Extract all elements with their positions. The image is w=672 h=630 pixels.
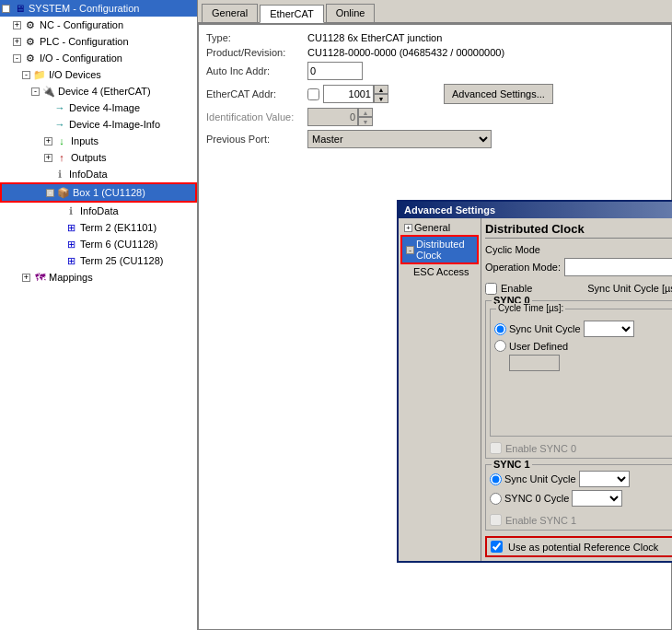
ethercat-addr-up[interactable]: ▲	[374, 85, 388, 94]
sync0-sync-unit-cycle-radio[interactable]	[494, 323, 506, 335]
tree-label-io-devices: I/O Devices	[49, 69, 101, 80]
tree-item-box1-infodata[interactable]: ℹ InfoData	[0, 203, 197, 219]
sync0-sync-unit-cycle-radio-label: Sync Unit Cycle	[509, 323, 581, 334]
id-value-spinner-btns: ▲ ▼	[358, 108, 373, 126]
box1-icon: 📦	[56, 185, 71, 200]
sync1-sync0-cycle-select[interactable]	[572, 490, 622, 507]
adv-nav-dc-label: Distributed Clock	[416, 239, 473, 261]
adv-nav-dc-expand[interactable]: -	[406, 246, 414, 254]
sync0-cycle-time-content: Sync Unit Cycle User Defined	[494, 321, 669, 371]
tree-panel: - 🖥 SYSTEM - Configuration + ⚙ NC - Conf…	[0, 0, 198, 630]
term2-icon: ⊞	[64, 220, 78, 235]
sync0-two-col: Cycle Time [µs]: Sync Unit Cycle	[490, 307, 672, 438]
tree-item-outputs[interactable]: + ↑ Outputs	[0, 149, 197, 166]
tree-item-term6[interactable]: ⊞ Term 6 (CU1128)	[0, 236, 197, 252]
tree-item-term25[interactable]: ⊞ Term 25 (CU1128)	[0, 252, 197, 269]
tab-online[interactable]: Online	[326, 4, 376, 22]
tree-item-system[interactable]: - 🖥 SYSTEM - Configuration	[0, 0, 197, 17]
prev-port-select[interactable]: Master	[307, 130, 492, 148]
sync0-user-defined-input[interactable]	[509, 355, 560, 371]
inputs-icon: ↓	[54, 134, 69, 148]
tree-item-inputs[interactable]: + ↓ Inputs	[0, 133, 197, 149]
tree-item-device4-image[interactable]: → Device 4-Image	[0, 99, 197, 116]
ethercat-addr-down[interactable]: ▼	[374, 94, 388, 103]
tree-label-outputs: Outputs	[71, 152, 107, 163]
tree-item-nc[interactable]: + ⚙ NC - Configuration	[0, 17, 197, 33]
expand-system[interactable]: -	[2, 5, 10, 13]
tree-item-term2[interactable]: ⊞ Term 2 (EK1101)	[0, 219, 197, 236]
operation-mode-select[interactable]	[564, 258, 672, 276]
enable-sync0-label: Enable SYNC 0	[505, 443, 576, 454]
tab-ethercat[interactable]: EtherCAT	[260, 5, 323, 23]
sync0-sync-unit-cycle-select[interactable]	[584, 321, 634, 337]
tree-item-io[interactable]: - ⚙ I/O - Configuration	[0, 50, 197, 66]
sync1-sync0-cycle-radio[interactable]	[490, 493, 502, 505]
id-value-down: ▼	[358, 117, 373, 126]
adv-nav-general[interactable]: + General	[400, 220, 479, 235]
expand-inputs[interactable]: +	[44, 137, 52, 146]
ethercat-addr-checkbox[interactable]	[307, 88, 319, 100]
expand-plc[interactable]: +	[13, 38, 21, 46]
tree-label-device4: Device 4 (EtherCAT)	[58, 86, 151, 97]
tree-label-system: SYSTEM - Configuration	[29, 3, 139, 14]
tree-item-plc[interactable]: + ⚙ PLC - Configuration	[0, 33, 197, 50]
ethercat-addr-input[interactable]	[323, 85, 374, 103]
tree-label-term25: Term 25 (CU1128)	[80, 255, 163, 266]
expand-device4[interactable]: -	[31, 88, 40, 96]
product-label: Product/Revision:	[206, 47, 307, 58]
tree-label-device4-image: Device 4-Image	[69, 102, 140, 113]
adv-nav-esc[interactable]: ESC Access	[400, 264, 479, 279]
sync1-sync0-cycle-wrap: SYNC 0 Cycle	[490, 490, 672, 507]
enable-checkbox[interactable]	[485, 283, 497, 295]
io-icon: ⚙	[23, 51, 38, 65]
sync0-user-defined-radio[interactable]	[494, 340, 506, 352]
nc-icon: ⚙	[23, 18, 38, 32]
content-area: Type: CU1128 6x EtherCAT junction Produc…	[198, 24, 672, 630]
enable-sync0-row: Enable SYNC 0	[490, 442, 672, 454]
sync1-title: SYNC 1	[492, 459, 532, 470]
tab-general[interactable]: General	[202, 4, 258, 22]
io-devices-icon: 📁	[32, 67, 47, 82]
sync1-two-col: Sync Unit Cycle SYNC 0 Cycle	[490, 471, 672, 510]
adv-nav-general-expand[interactable]: +	[404, 224, 412, 232]
expand-box1[interactable]: -	[46, 189, 54, 197]
adv-nav: + General - Distributed Clock ESC Access	[399, 218, 481, 561]
id-value-up: ▲	[358, 108, 373, 117]
adv-nav-general-label: General	[414, 222, 450, 233]
infodata-icon: ℹ	[52, 167, 67, 181]
tree-label-io: I/O - Configuration	[40, 52, 122, 64]
advanced-settings-window: Advanced Settings + General - Distribute…	[397, 200, 672, 563]
sync0-cycle-time-title: Cycle Time [µs]:	[496, 303, 565, 313]
tree-item-box1[interactable]: - 📦 Box 1 (CU1128)	[0, 182, 197, 203]
tree-label-mappings: Mappings	[49, 272, 93, 283]
sync1-sync-unit-cycle-select[interactable]	[579, 471, 630, 487]
tree-item-infodata[interactable]: ℹ InfoData	[0, 166, 197, 182]
sync1-sync-unit-cycle-radio[interactable]	[490, 473, 502, 485]
device4-image-icon: →	[52, 100, 67, 115]
right-panel: General EtherCAT Online Type: CU1128 6x …	[198, 0, 672, 630]
tree-item-device4-image-info[interactable]: → Device 4-Image-Info	[0, 116, 197, 133]
expand-io-devices[interactable]: -	[22, 71, 30, 79]
adv-settings-button[interactable]: Advanced Settings...	[444, 84, 553, 104]
adv-nav-dc[interactable]: - Distributed Clock	[400, 235, 479, 264]
enable-sync1-checkbox[interactable]	[490, 514, 502, 526]
sync0-cycle-time-box: Cycle Time [µs]: Sync Unit Cycle	[490, 309, 672, 437]
expand-mappings[interactable]: +	[22, 274, 30, 282]
expand-outputs[interactable]: +	[44, 154, 52, 162]
adv-title-bar: Advanced Settings	[399, 202, 672, 218]
auto-inc-input[interactable]	[307, 62, 363, 80]
enable-sync0-checkbox[interactable]	[490, 442, 502, 454]
expand-io[interactable]: -	[13, 54, 21, 63]
sync0-user-defined-radio-wrap: User Defined	[494, 340, 669, 352]
tree-label-inputs: Inputs	[71, 135, 98, 146]
tree-item-io-devices[interactable]: - 📁 I/O Devices	[0, 66, 197, 83]
operation-mode-label: Operation Mode:	[485, 262, 561, 273]
ref-clock-checkbox[interactable]	[491, 541, 503, 553]
tree-item-device4[interactable]: - 🔌 Device 4 (EtherCAT)	[0, 83, 197, 99]
sync1-sync-unit-cycle-label: Sync Unit Cycle	[504, 473, 576, 484]
expand-nc[interactable]: +	[13, 21, 21, 29]
term25-icon: ⊞	[64, 253, 78, 268]
type-label: Type:	[206, 32, 307, 43]
type-row: Type: CU1128 6x EtherCAT junction	[206, 32, 664, 43]
tree-item-mappings[interactable]: + 🗺 Mappings	[0, 269, 197, 286]
